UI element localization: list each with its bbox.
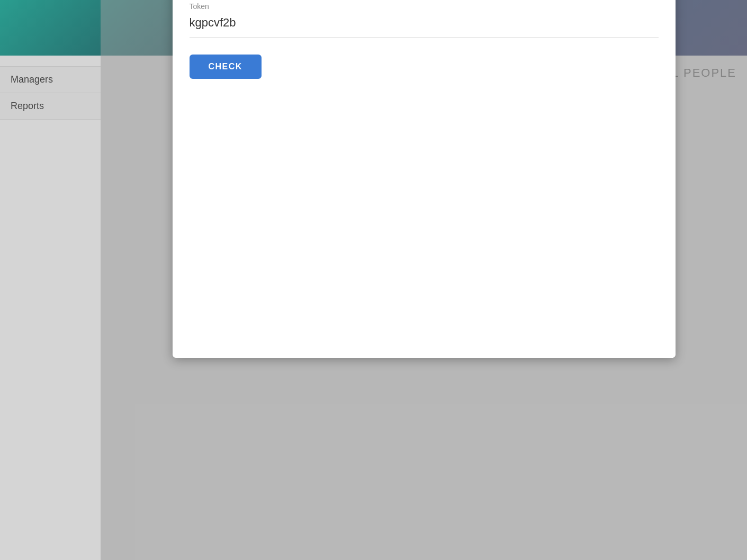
main-content: ALL PEOPLE Set a new password × Token kg…: [101, 56, 747, 560]
set-password-modal: Set a new password × Token kgpcvf2b CHEC…: [173, 0, 676, 358]
modal-body: Token kgpcvf2b CHECK: [173, 0, 676, 358]
sidebar-item-reports[interactable]: Reports: [0, 93, 101, 120]
modal-overlay: Set a new password × Token kgpcvf2b CHEC…: [101, 0, 747, 560]
sidebar: Managers Reports: [0, 56, 101, 560]
page-background: Managers Reports ALL PEOPLE Set a new pa…: [0, 56, 747, 560]
check-button[interactable]: CHECK: [190, 55, 262, 79]
token-divider: [190, 37, 659, 38]
token-label: Token: [190, 2, 659, 11]
token-value: kgpcvf2b: [190, 13, 659, 33]
token-field: Token kgpcvf2b: [190, 2, 659, 38]
sidebar-item-managers[interactable]: Managers: [0, 66, 101, 93]
